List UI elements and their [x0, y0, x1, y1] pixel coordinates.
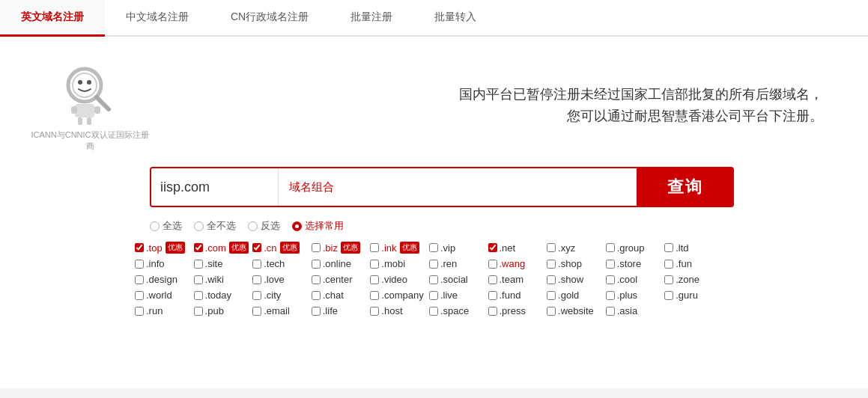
- domain-item: [723, 258, 780, 269]
- domain-checkbox-top[interactable]: [135, 243, 144, 252]
- domain-checkbox-company[interactable]: [370, 291, 379, 300]
- svg-rect-8: [78, 117, 82, 125]
- domain-checkbox-world[interactable]: [135, 291, 144, 300]
- domain-checkbox-website[interactable]: [547, 307, 556, 316]
- domain-ext-label: .fun: [676, 258, 692, 269]
- domain-item: .gold: [547, 290, 603, 301]
- domain-checkbox-city[interactable]: [252, 291, 261, 300]
- domain-ext-label: .host: [381, 305, 402, 316]
- domain-checkbox-info[interactable]: [135, 260, 144, 269]
- domain-checkbox-xyz[interactable]: [547, 243, 556, 252]
- domain-checkbox-ink[interactable]: [370, 243, 379, 252]
- domain-checkbox-press[interactable]: [488, 307, 497, 316]
- domain-checkbox-cool[interactable]: [606, 275, 615, 284]
- domain-checkbox-shop[interactable]: [547, 260, 556, 269]
- domain-checkbox-ren[interactable]: [429, 260, 438, 269]
- domain-item: .life: [312, 305, 368, 316]
- search-button[interactable]: 查询: [637, 167, 734, 207]
- search-combo-placeholder[interactable]: 域名组合: [279, 168, 637, 206]
- domain-checkbox-design[interactable]: [135, 275, 144, 284]
- domain-item: .today: [194, 290, 250, 301]
- radio-label-none: 全不选: [207, 219, 236, 233]
- domain-checkbox-net[interactable]: [488, 243, 497, 252]
- domain-checkbox-zone[interactable]: [664, 275, 673, 284]
- domain-checkbox-group[interactable]: [606, 243, 615, 252]
- domain-item: .design: [135, 274, 191, 285]
- radio-none[interactable]: 全不选: [194, 219, 236, 233]
- domain-badge: 优惠: [229, 242, 249, 254]
- domain-checkbox-com[interactable]: [194, 243, 203, 252]
- notice-text: 国内平台已暂停注册未经过国家工信部批复的所有后缀域名， 您可以通过耐思智慧香港公…: [150, 84, 838, 127]
- domain-ext-label: .site: [205, 258, 223, 269]
- domain-checkbox-mobi[interactable]: [370, 260, 379, 269]
- domain-checkbox-wiki[interactable]: [194, 275, 203, 284]
- domain-ext-label: .gold: [558, 290, 579, 301]
- domain-item: .info: [135, 258, 191, 269]
- tab-cn_admin[interactable]: CN行政域名注册: [210, 0, 330, 37]
- domain-item: .pub: [194, 305, 250, 316]
- icann-subtitle: ICANN与CNNIC双认证国际注册商: [30, 129, 150, 152]
- domain-checkbox-life[interactable]: [312, 307, 321, 316]
- domain-ext-label: .wiki: [205, 274, 224, 285]
- domain-checkbox-email[interactable]: [252, 307, 261, 316]
- domain-checkbox-chat[interactable]: [312, 291, 321, 300]
- domain-checkbox-guru[interactable]: [664, 291, 673, 300]
- search-domain-input[interactable]: [151, 168, 279, 206]
- domain-item: .live: [429, 290, 485, 301]
- domain-ext-label: .email: [264, 305, 290, 316]
- domain-item: .site: [194, 258, 250, 269]
- domain-checkbox-wang[interactable]: [488, 260, 497, 269]
- domain-item: .zone: [664, 274, 720, 285]
- domain-checkbox-pub[interactable]: [194, 307, 203, 316]
- domain-checkbox-video[interactable]: [370, 275, 379, 284]
- domain-checkbox-team[interactable]: [488, 275, 497, 284]
- radio-reverse[interactable]: 反选: [248, 219, 280, 233]
- tab-en[interactable]: 英文域名注册: [0, 0, 105, 37]
- domain-checkbox-site[interactable]: [194, 260, 203, 269]
- domain-checkbox-center[interactable]: [312, 275, 321, 284]
- domain-checkbox-tech[interactable]: [252, 260, 261, 269]
- notice-line1: 国内平台已暂停注册未经过国家工信部批复的所有后缀域名，: [150, 84, 823, 105]
- radio-all[interactable]: 全选: [150, 219, 182, 233]
- domain-checkbox-plus[interactable]: [606, 291, 615, 300]
- domain-checkbox-love[interactable]: [252, 275, 261, 284]
- domain-item: .asia: [606, 305, 662, 316]
- domain-checkbox-today[interactable]: [194, 291, 203, 300]
- domain-checkbox-social[interactable]: [429, 275, 438, 284]
- domain-checkbox-gold[interactable]: [547, 291, 556, 300]
- domain-item: .ink优惠: [370, 242, 426, 254]
- main-content: ICANN与CNNIC双认证国际注册商 国内平台已暂停注册未经过国家工信部批复的…: [0, 37, 868, 388]
- tab-batch_reg[interactable]: 批量注册: [330, 0, 413, 37]
- domain-checkbox-space[interactable]: [429, 307, 438, 316]
- domain-checkbox-fund[interactable]: [488, 291, 497, 300]
- domain-checkbox-fun[interactable]: [664, 260, 673, 269]
- tab-cn_chinese[interactable]: 中文域名注册: [105, 0, 210, 37]
- domain-checkbox-online[interactable]: [312, 260, 321, 269]
- svg-point-3: [78, 80, 82, 85]
- domain-ext-label: .vip: [440, 242, 455, 254]
- domain-item: .host: [370, 305, 426, 316]
- domain-ext-label: .social: [440, 274, 468, 285]
- domain-checkbox-vip[interactable]: [429, 243, 438, 252]
- domain-item: .vip: [429, 242, 485, 254]
- domain-checkbox-ltd[interactable]: [664, 243, 673, 252]
- domain-ext-label: .biz: [323, 242, 338, 254]
- domain-item: [664, 305, 720, 316]
- domain-checkbox-host[interactable]: [370, 307, 379, 316]
- tab-batch_transfer[interactable]: 批量转入: [413, 0, 497, 37]
- domain-ext-label: .fund: [500, 290, 521, 301]
- domain-ext-label: .chat: [323, 290, 344, 301]
- domain-checkbox-show[interactable]: [547, 275, 556, 284]
- radio-common[interactable]: 选择常用: [292, 219, 344, 233]
- domain-checkbox-biz[interactable]: [312, 243, 321, 252]
- domain-checkbox-live[interactable]: [429, 291, 438, 300]
- domain-ext-label: .today: [205, 290, 231, 301]
- domain-checkbox-cn[interactable]: [252, 243, 261, 252]
- radio-circle-all: [150, 221, 160, 231]
- domain-item: .ltd: [664, 242, 720, 254]
- domain-checkbox-store[interactable]: [606, 260, 615, 269]
- domain-ext-label: .ren: [440, 258, 457, 269]
- domain-checkbox-asia[interactable]: [606, 307, 615, 316]
- domain-checkbox-run[interactable]: [135, 307, 144, 316]
- logo-area: ICANN与CNNIC双认证国际注册商: [30, 59, 150, 152]
